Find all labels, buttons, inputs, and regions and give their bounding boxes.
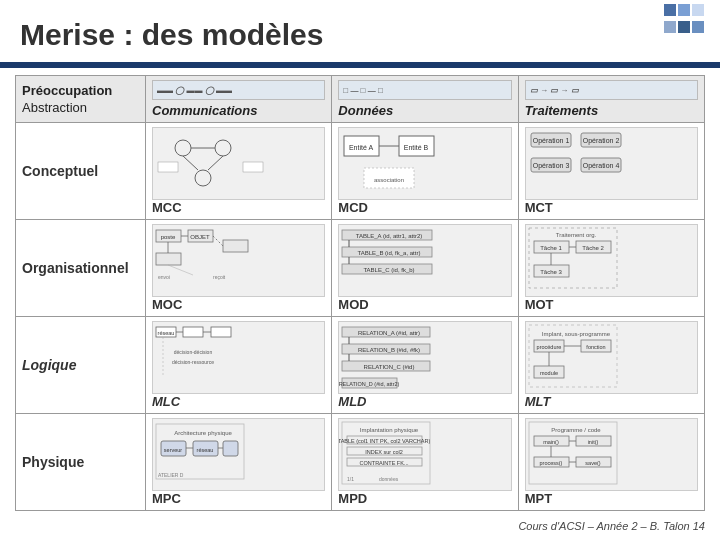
svg-text:envoi: envoi — [158, 274, 170, 280]
corner-sq-5 — [678, 21, 690, 33]
mct-svg: Opération 1 Opération 2 Opération 3 Opér… — [526, 128, 697, 196]
traitements-label: Traitements — [525, 103, 598, 118]
row3-label: Logique — [22, 357, 139, 373]
mcc-svg — [153, 128, 324, 196]
mpt-svg: Programme / code main() init() process()… — [526, 419, 697, 487]
svg-text:INDEX sur col2: INDEX sur col2 — [366, 449, 404, 455]
svg-rect-7 — [243, 162, 263, 172]
table-header-row: Préoccupation Abstraction ▬▬ ◯ ▬▬ ◯ ▬▬ C… — [16, 76, 705, 123]
row3-label-cell: Logique — [16, 317, 146, 414]
row4-col3-cell: Implantation physique TABLE (col1 INT PK… — [332, 414, 518, 511]
svg-text:RELATION_C (#id): RELATION_C (#id) — [364, 364, 415, 370]
corner-sq-3 — [692, 4, 704, 16]
mot-svg: Traitement org. Tâche 1 Tâche 2 Tâche 3 — [526, 225, 697, 293]
mld-label: MLD — [338, 394, 366, 409]
svg-text:RELATION_D (#id, attr2): RELATION_D (#id, attr2) — [339, 381, 400, 387]
svg-text:TABLE_C (id, fk_b): TABLE_C (id, fk_b) — [364, 267, 415, 273]
mcd-label: MCD — [338, 200, 368, 215]
blue-bar — [0, 62, 720, 68]
corner-sq-4 — [664, 21, 676, 33]
svg-text:Tâche 3: Tâche 3 — [540, 269, 562, 275]
table-row: Physique Architecture physique serveur r… — [16, 414, 705, 511]
mcc-label: MCC — [152, 200, 182, 215]
mpc-label: MPC — [152, 491, 181, 506]
svg-rect-88 — [223, 441, 238, 456]
svg-point-1 — [215, 140, 231, 156]
svg-text:TABLE_A (id, attr1, attr2): TABLE_A (id, attr1, attr2) — [356, 233, 423, 239]
svg-text:1/1: 1/1 — [347, 476, 354, 482]
corner-sq-1 — [664, 4, 676, 16]
svg-rect-28 — [156, 253, 181, 265]
row4-label: Physique — [22, 454, 139, 470]
footer: Cours d'ACSI – Année 2 – B. Talon 14 — [518, 520, 705, 532]
row3-col2-cell: réseau décision-décision décision-ressou… — [146, 317, 332, 414]
mot-label: MOT — [525, 297, 554, 312]
header-diagram-donnees: □ — □ — □ — [338, 80, 511, 100]
row3-col4-cell: Implant, sous-programme procédure foncti… — [518, 317, 704, 414]
row4-col4-cell: Programme / code main() init() process()… — [518, 414, 704, 511]
svg-text:init(): init() — [587, 439, 598, 445]
svg-line-4 — [183, 156, 198, 170]
svg-text:ATELIER D: ATELIER D — [158, 472, 184, 478]
mlc-diagram: réseau décision-décision décision-ressou… — [152, 321, 325, 394]
table-row: Conceptuel — [16, 123, 705, 220]
row1-label: Conceptuel — [22, 163, 139, 179]
svg-text:process(): process() — [539, 460, 562, 466]
svg-text:Opération 3: Opération 3 — [532, 162, 569, 170]
svg-text:OBJET: OBJET — [190, 234, 210, 240]
mcd-svg: Entité A Entité B association — [339, 128, 510, 196]
svg-text:Opération 4: Opération 4 — [582, 162, 619, 170]
slide-title: Merise : des modèles — [20, 18, 640, 52]
svg-text:données: données — [379, 476, 399, 482]
header-col2: ▬▬ ◯ ▬▬ ◯ ▬▬ Communications — [146, 76, 332, 123]
svg-rect-29 — [223, 240, 248, 252]
svg-point-3 — [195, 170, 211, 186]
svg-text:Entité B: Entité B — [404, 144, 429, 151]
svg-line-30 — [213, 236, 223, 246]
svg-point-0 — [175, 140, 191, 156]
row1-col2-cell: MCC — [146, 123, 332, 220]
mod-diagram: TABLE_A (id, attr1, attr2) TABLE_B (id, … — [338, 224, 511, 297]
svg-text:Implant, sous-programme: Implant, sous-programme — [541, 331, 610, 337]
mlt-label: MLT — [525, 394, 551, 409]
preoccupation-label: Préoccupation — [22, 83, 112, 98]
row3-col3-cell: RELATION_A (#id, attr) RELATION_B (#id, … — [332, 317, 518, 414]
mpd-svg: Implantation physique TABLE (col1 INT PK… — [339, 419, 510, 487]
moc-label: MOC — [152, 297, 182, 312]
svg-text:Implantation physique: Implantation physique — [360, 427, 419, 433]
mpc-diagram: Architecture physique serveur réseau ATE… — [152, 418, 325, 491]
svg-text:décision-décision: décision-décision — [174, 349, 213, 355]
mpt-diagram: Programme / code main() init() process()… — [525, 418, 698, 491]
footer-text: Cours d'ACSI – Année 2 – B. Talon 14 — [518, 520, 705, 532]
svg-text:Programme / code: Programme / code — [551, 427, 601, 433]
mcd-diagram: Entité A Entité B association — [338, 127, 511, 200]
corner-sq-2 — [678, 4, 690, 16]
svg-text:Tâche 2: Tâche 2 — [582, 245, 604, 251]
mod-svg: TABLE_A (id, attr1, attr2) TABLE_B (id, … — [339, 225, 510, 293]
svg-text:serveur: serveur — [164, 447, 183, 453]
mlt-diagram: Implant, sous-programme procédure foncti… — [525, 321, 698, 394]
header-diagram-traitements: ▭ → ▭ → ▭ — [525, 80, 698, 100]
row4-col2-cell: Architecture physique serveur réseau ATE… — [146, 414, 332, 511]
row1-col4-cell: Opération 1 Opération 2 Opération 3 Opér… — [518, 123, 704, 220]
row1-label-cell: Conceptuel — [16, 123, 146, 220]
header-diagram-communications: ▬▬ ◯ ▬▬ ◯ ▬▬ — [152, 80, 325, 100]
svg-text:save(): save() — [585, 460, 600, 466]
mct-label: MCT — [525, 200, 553, 215]
svg-text:TABLE (col1 INT PK, col2 VARCH: TABLE (col1 INT PK, col2 VARCHAR) — [339, 438, 430, 444]
main-table: Préoccupation Abstraction ▬▬ ◯ ▬▬ ◯ ▬▬ C… — [15, 75, 705, 511]
mpt-label: MPT — [525, 491, 552, 506]
moc-diagram: poste OBJET envoi reçoit — [152, 224, 325, 297]
communications-label: Communications — [152, 103, 257, 118]
header-col1: Préoccupation Abstraction — [16, 76, 146, 123]
svg-text:module: module — [540, 370, 558, 376]
svg-text:réseau: réseau — [197, 447, 214, 453]
svg-text:réseau: réseau — [158, 330, 175, 336]
svg-text:reçoit: reçoit — [213, 274, 226, 280]
svg-text:Architecture physique: Architecture physique — [174, 430, 232, 436]
table-row: Organisationnel poste OBJET — [16, 220, 705, 317]
svg-text:Opération 2: Opération 2 — [582, 137, 619, 145]
svg-text:poste: poste — [161, 234, 176, 240]
moc-svg: poste OBJET envoi reçoit — [153, 225, 324, 293]
mpd-label: MPD — [338, 491, 367, 506]
